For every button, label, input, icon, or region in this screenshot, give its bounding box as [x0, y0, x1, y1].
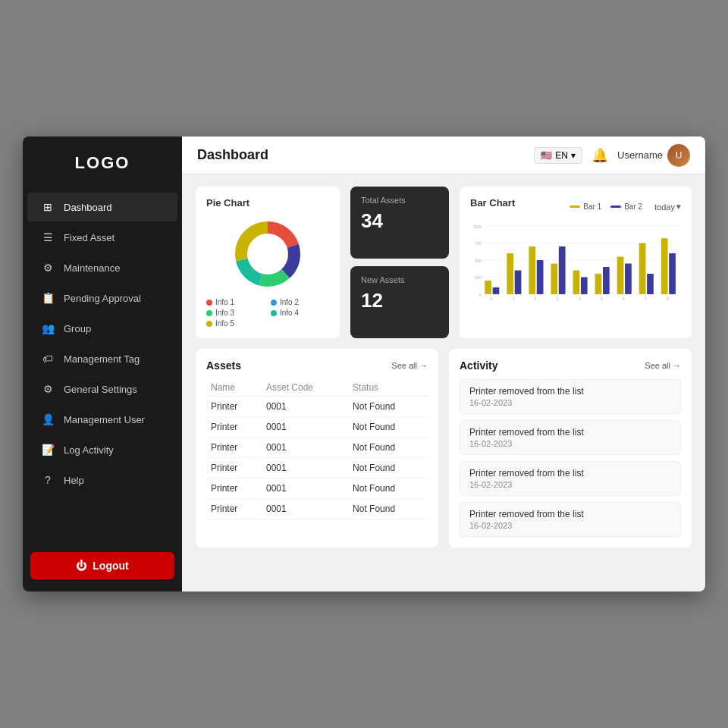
sidebar-item-dashboard[interactable]: ⊞ Dashboard: [27, 193, 177, 221]
sidebar-item-management-tag[interactable]: 🏷 Management Tag: [27, 344, 177, 373]
bar-legend-item: Bar 1: [570, 202, 601, 211]
cell-status: Not Found: [348, 479, 428, 499]
cell-name: Printer: [206, 397, 262, 417]
table-header-row: Name Asset Code Status: [206, 379, 428, 397]
activity-item: Printer removed from the list 16-02-2023: [460, 502, 681, 537]
table-row: Printer 0001 Not Found: [206, 438, 428, 458]
table-row: Printer 0001 Not Found: [206, 458, 428, 479]
svg-rect-26: [559, 246, 566, 294]
cell-name: Printer: [206, 417, 262, 438]
sidebar-label-log-activity: Log Activity: [64, 444, 114, 456]
assets-header: Assets See all →: [206, 359, 428, 372]
activity-item: Printer removed from the list 16-02-2023: [460, 379, 681, 414]
language-selector[interactable]: 🇺🇸 EN ▾: [534, 147, 582, 164]
new-assets-label: New Assets: [361, 275, 438, 284]
activity-item: Printer removed from the list 16-02-2023: [460, 461, 681, 496]
bar-chart-card: Bar Chart Bar 1Bar 2 today ▾ 02505007501…: [460, 187, 692, 338]
stats-column: Total Assets 34 New Assets 12: [350, 187, 449, 338]
cell-status: Not Found: [348, 438, 428, 458]
activity-item: Printer removed from the list 16-02-2023: [460, 420, 681, 455]
total-assets-value: 34: [361, 209, 438, 233]
svg-text:7: 7: [645, 297, 647, 302]
pie-chart-visual: [206, 216, 329, 292]
legend-label: Info 1: [215, 298, 234, 306]
user-menu[interactable]: Username U: [617, 144, 690, 167]
group-icon: 👥: [41, 322, 55, 335]
sidebar-item-pending-approval[interactable]: 📋 Pending Approval: [27, 284, 177, 312]
new-assets-card: New Assets 12: [350, 266, 449, 338]
fixed-asset-icon: ☰: [41, 231, 55, 244]
svg-rect-28: [573, 271, 580, 295]
legend-label: Info 3: [215, 309, 234, 317]
management-tag-icon: 🏷: [41, 352, 55, 366]
sidebar-label-pending-approval: Pending Approval: [64, 293, 141, 304]
log-activity-icon: 📝: [41, 443, 55, 457]
avatar: U: [667, 144, 690, 167]
cell-status: Not Found: [348, 397, 428, 417]
table-row: Printer 0001 Not Found: [206, 479, 428, 499]
cell-code: 0001: [262, 499, 348, 519]
sidebar-label-fixed-asset: Fixed Asset: [64, 232, 115, 243]
svg-rect-16: [485, 281, 491, 294]
cell-status: Not Found: [348, 499, 428, 519]
sidebar-item-maintenance[interactable]: ⚙ Maintenance: [27, 253, 177, 282]
notification-bell-icon[interactable]: 🔔: [592, 147, 608, 164]
cell-status: Not Found: [348, 417, 428, 438]
username-label: Username: [617, 149, 663, 161]
chevron-down-icon: ▾: [676, 202, 681, 212]
activity-date: 16-02-2023: [469, 439, 671, 448]
sidebar-label-general-settings: General Settings: [64, 384, 137, 395]
svg-text:0: 0: [479, 293, 482, 298]
topbar: Dashboard 🇺🇸 EN ▾ 🔔 Username U: [182, 136, 705, 174]
assets-see-all[interactable]: See all →: [391, 361, 428, 370]
topbar-right: 🇺🇸 EN ▾ 🔔 Username U: [534, 144, 690, 167]
sidebar-label-dashboard: Dashboard: [64, 202, 112, 213]
legend-dot: [271, 310, 277, 316]
legend-dot: [271, 300, 277, 306]
sidebar-label-maintenance: Maintenance: [64, 262, 120, 274]
svg-point-5: [253, 239, 283, 269]
svg-rect-37: [639, 243, 646, 295]
cell-code: 0001: [262, 417, 348, 438]
help-icon: ?: [41, 473, 55, 487]
dashboard-content: Pie Chart: [182, 174, 705, 592]
bar-chart-title: Bar Chart: [470, 197, 515, 209]
assets-table-body: Printer 0001 Not Found Printer 0001 Not …: [206, 397, 428, 519]
sidebar-item-fixed-asset[interactable]: ☰ Fixed Asset: [27, 223, 177, 252]
sidebar-item-management-user[interactable]: 👤 Management User: [27, 405, 177, 434]
svg-text:5: 5: [601, 297, 603, 302]
svg-rect-32: [603, 267, 610, 294]
svg-rect-19: [507, 253, 513, 294]
cell-name: Printer: [206, 499, 262, 519]
today-label: today: [654, 202, 675, 212]
assets-table: Name Asset Code Status Printer 0001 Not …: [206, 379, 428, 519]
activity-list: Printer removed from the list 16-02-2023…: [460, 379, 681, 537]
management-user-icon: 👤: [41, 413, 55, 426]
sidebar-item-log-activity[interactable]: 📝 Log Activity: [27, 435, 177, 464]
lang-label: EN: [555, 150, 568, 161]
activity-see-all[interactable]: See all →: [645, 361, 681, 370]
sidebar-item-general-settings[interactable]: ⚙ General Settings: [27, 375, 177, 403]
pie-legend-item: Info 2: [271, 298, 329, 306]
bottom-row: Assets See all → Name Asset Code Status: [196, 349, 692, 548]
today-filter[interactable]: today ▾: [654, 202, 681, 212]
pie-chart-card: Pie Chart: [196, 187, 340, 338]
logout-button[interactable]: ⏻ Logout: [30, 552, 174, 579]
sidebar-item-help[interactable]: ? Help: [27, 466, 177, 494]
svg-rect-23: [537, 260, 544, 294]
sidebar-item-group[interactable]: 👥 Group: [27, 314, 177, 343]
legend-dot: [206, 321, 212, 327]
table-row: Printer 0001 Not Found: [206, 397, 428, 417]
sidebar-label-management-user: Management User: [64, 414, 145, 425]
logo: LOGO: [23, 136, 182, 187]
dashboard-icon: ⊞: [41, 200, 55, 214]
activity-text: Printer removed from the list: [469, 427, 671, 438]
svg-text:1: 1: [513, 297, 515, 302]
svg-text:1000: 1000: [473, 224, 482, 230]
table-row: Printer 0001 Not Found: [206, 417, 428, 438]
sidebar-nav: ⊞ Dashboard ☰ Fixed Asset ⚙ Maintenance …: [23, 187, 182, 543]
bar-chart-legend: Bar 1Bar 2: [570, 202, 642, 211]
maintenance-icon: ⚙: [41, 261, 55, 275]
legend-label: Info 4: [280, 309, 299, 317]
cell-code: 0001: [262, 438, 348, 458]
